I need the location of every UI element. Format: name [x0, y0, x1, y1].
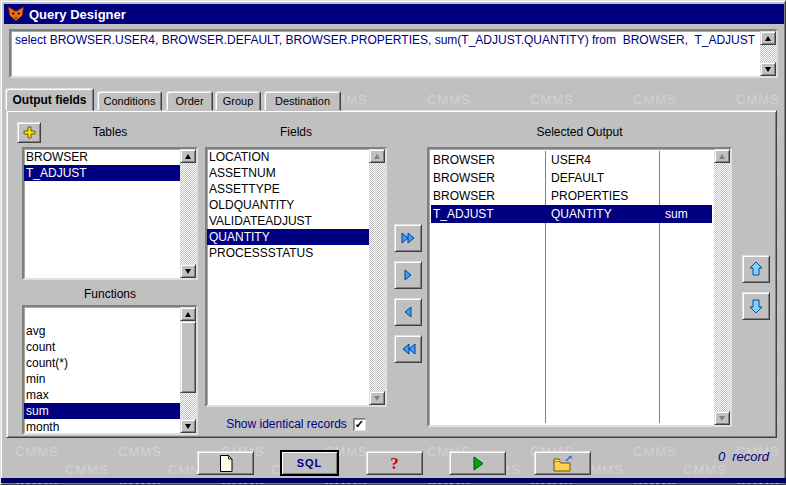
- output-row[interactable]: BROWSERPROPERTIES: [431, 187, 712, 205]
- scroll-up-icon[interactable]: [180, 149, 196, 163]
- list-item[interactable]: sum: [24, 403, 180, 419]
- scroll-down-icon[interactable]: [180, 419, 196, 433]
- sql-button-label: SQL: [297, 457, 323, 469]
- functions-list[interactable]: avgcountcount(*)minmaxsummonth: [22, 305, 198, 435]
- list-item[interactable]: ASSETNUM: [207, 165, 369, 181]
- double-left-arrow-icon: [401, 343, 416, 355]
- watermark-text: CMMS: [427, 92, 471, 107]
- output-fields-panel: Tables BROWSERT_ADJUST Functions avgcoun…: [6, 110, 777, 438]
- right-arrow-icon: [402, 269, 414, 281]
- selected-output-label: Selected Output: [427, 125, 732, 140]
- tab-order[interactable]: Order: [166, 91, 213, 111]
- output-cell: BROWSER: [433, 187, 545, 205]
- app-fox-icon: [7, 6, 25, 22]
- new-document-icon: [218, 455, 234, 472]
- list-item[interactable]: VALIDATEADJUST: [207, 213, 369, 229]
- list-item[interactable]: ASSETTYPE: [207, 181, 369, 197]
- scroll-up-icon[interactable]: [760, 31, 776, 45]
- scroll-up-icon[interactable]: [714, 149, 730, 163]
- record-count-unit: record: [732, 449, 769, 464]
- scroll-down-icon[interactable]: [180, 264, 196, 278]
- sql-preview-box[interactable]: select BROWSER.USER4, BROWSER.DEFAULT, B…: [9, 29, 778, 78]
- scrollbar-thumb[interactable]: [180, 321, 196, 393]
- list-item[interactable]: count(*): [24, 355, 180, 371]
- tab-destination[interactable]: Destination: [264, 91, 341, 111]
- remove-field-button[interactable]: [394, 298, 422, 326]
- output-cell: PROPERTIES: [551, 187, 659, 205]
- question-mark-icon: ?: [390, 455, 399, 472]
- watermark-text: CMMS: [15, 444, 59, 459]
- new-query-button[interactable]: [197, 451, 254, 475]
- watermark-text: CMMS: [530, 92, 574, 107]
- add-all-fields-button[interactable]: [394, 224, 422, 252]
- output-row[interactable]: T_ADJUSTQUANTITYsum: [431, 205, 712, 223]
- scroll-up-icon[interactable]: [369, 149, 385, 163]
- record-count-status: 0record: [718, 449, 769, 464]
- tab-group[interactable]: Group: [215, 91, 261, 111]
- show-identical-checkbox[interactable]: ✓: [353, 418, 366, 431]
- sql-button[interactable]: SQL: [281, 451, 338, 475]
- list-item[interactable]: BROWSER: [24, 149, 180, 165]
- list-item[interactable]: avg: [24, 323, 180, 339]
- scroll-down-icon[interactable]: [760, 62, 776, 76]
- export-results-button[interactable]: [534, 451, 591, 475]
- tables-label: Tables: [22, 125, 198, 140]
- remove-all-fields-button[interactable]: [394, 335, 422, 363]
- tables-scrollbar[interactable]: [180, 149, 196, 278]
- fields-label: Fields: [205, 125, 387, 140]
- list-item[interactable]: [24, 307, 180, 323]
- watermark-text: CMMS: [118, 444, 162, 459]
- run-query-button[interactable]: [449, 451, 506, 475]
- fields-scrollbar-track[interactable]: [369, 163, 385, 391]
- functions-scrollbar[interactable]: [180, 307, 196, 433]
- output-row[interactable]: BROWSERUSER4: [431, 151, 712, 169]
- list-item[interactable]: PROCESSSTATUS: [207, 245, 369, 261]
- record-count-value: 0: [718, 449, 725, 464]
- output-cell: USER4: [551, 151, 659, 169]
- sql-scrollbar-track[interactable]: [760, 45, 776, 62]
- list-item[interactable]: max: [24, 387, 180, 403]
- down-arrow-icon: [748, 298, 764, 314]
- tables-scrollbar-track[interactable]: [180, 163, 196, 264]
- watermark-text: CMMS: [633, 444, 677, 459]
- sql-scrollbar[interactable]: [760, 31, 776, 76]
- double-right-arrow-icon: [401, 232, 416, 244]
- tab-output-fields[interactable]: Output fields: [5, 88, 94, 111]
- list-item[interactable]: T_ADJUST: [24, 165, 180, 181]
- scroll-up-icon[interactable]: [180, 307, 196, 321]
- up-arrow-icon: [748, 261, 764, 277]
- move-up-button[interactable]: [742, 255, 770, 283]
- list-item[interactable]: month: [24, 419, 180, 433]
- list-item[interactable]: count: [24, 339, 180, 355]
- watermark-text: CMMS: [65, 462, 109, 477]
- output-row[interactable]: BROWSERDEFAULT: [431, 169, 712, 187]
- output-cell: sum: [665, 205, 713, 223]
- fields-list[interactable]: LOCATIONASSETNUMASSETTYPEOLDQUANTITYVALI…: [205, 147, 387, 407]
- selected-output-grid[interactable]: BROWSERUSER4BROWSERDEFAULTBROWSERPROPERT…: [427, 147, 732, 427]
- functions-scrollbar-track[interactable]: [180, 321, 196, 419]
- list-item[interactable]: min: [24, 371, 180, 387]
- watermark-text: CMMS: [736, 92, 780, 107]
- watermark-text: CMMS: [633, 92, 677, 107]
- list-item[interactable]: QUANTITY: [207, 229, 369, 245]
- tab-conditions[interactable]: Conditions: [97, 91, 162, 111]
- list-item[interactable]: OLDQUANTITY: [207, 197, 369, 213]
- scroll-down-icon[interactable]: [369, 391, 385, 405]
- output-cell: QUANTITY: [551, 205, 659, 223]
- output-cell: [665, 151, 713, 169]
- list-item[interactable]: LOCATION: [207, 149, 369, 165]
- sql-query-text[interactable]: select BROWSER.USER4, BROWSER.DEFAULT, B…: [13, 32, 758, 74]
- add-field-button[interactable]: [394, 261, 422, 289]
- show-identical-label: Show identical records: [226, 417, 347, 431]
- scroll-down-icon[interactable]: [714, 411, 730, 425]
- validate-query-button[interactable]: ?: [366, 451, 423, 475]
- left-arrow-icon: [402, 306, 414, 318]
- move-down-button[interactable]: [742, 292, 770, 320]
- output-cell: T_ADJUST: [433, 205, 545, 223]
- show-identical-records: Show identical records ✓: [205, 416, 387, 432]
- output-scrollbar[interactable]: [714, 149, 730, 425]
- tables-list[interactable]: BROWSERT_ADJUST: [22, 147, 198, 280]
- fields-scrollbar[interactable]: [369, 149, 385, 405]
- output-scrollbar-track[interactable]: [714, 163, 730, 411]
- title-bar: Query Designer: [4, 4, 784, 24]
